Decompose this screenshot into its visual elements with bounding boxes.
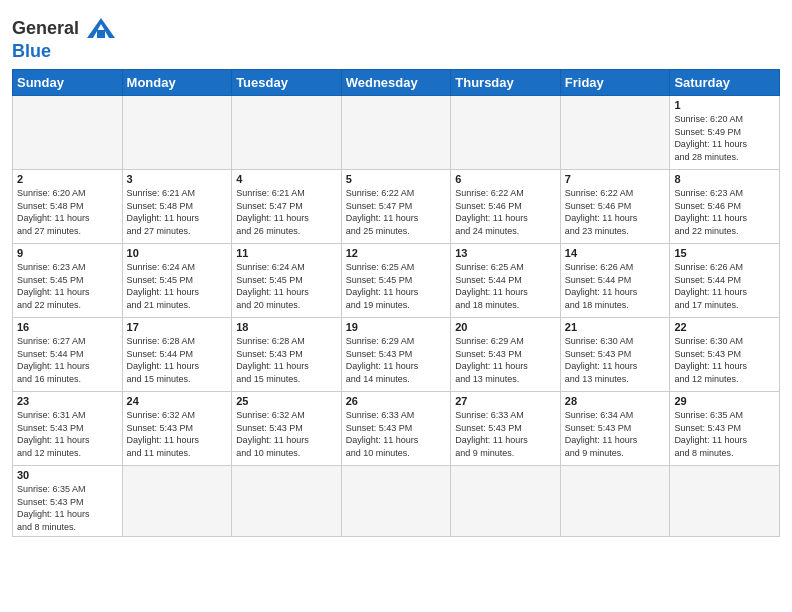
week-row-6: 30Sunrise: 6:35 AM Sunset: 5:43 PM Dayli…: [13, 466, 780, 537]
weekday-thursday: Thursday: [451, 70, 561, 96]
day-number: 29: [674, 395, 775, 407]
day-number: 1: [674, 99, 775, 111]
day-number: 20: [455, 321, 556, 333]
week-row-1: 1Sunrise: 6:20 AM Sunset: 5:49 PM Daylig…: [13, 96, 780, 170]
day-number: 18: [236, 321, 337, 333]
day-number: 27: [455, 395, 556, 407]
weekday-friday: Friday: [560, 70, 670, 96]
day-info: Sunrise: 6:25 AM Sunset: 5:45 PM Dayligh…: [346, 261, 447, 311]
day-number: 7: [565, 173, 666, 185]
day-info: Sunrise: 6:22 AM Sunset: 5:46 PM Dayligh…: [565, 187, 666, 237]
day-number: 28: [565, 395, 666, 407]
day-info: Sunrise: 6:33 AM Sunset: 5:43 PM Dayligh…: [346, 409, 447, 459]
day-cell: 14Sunrise: 6:26 AM Sunset: 5:44 PM Dayli…: [560, 244, 670, 318]
day-number: 22: [674, 321, 775, 333]
day-info: Sunrise: 6:29 AM Sunset: 5:43 PM Dayligh…: [455, 335, 556, 385]
weekday-sunday: Sunday: [13, 70, 123, 96]
weekday-monday: Monday: [122, 70, 232, 96]
day-number: 11: [236, 247, 337, 259]
week-row-4: 16Sunrise: 6:27 AM Sunset: 5:44 PM Dayli…: [13, 318, 780, 392]
day-info: Sunrise: 6:29 AM Sunset: 5:43 PM Dayligh…: [346, 335, 447, 385]
day-cell: [341, 96, 451, 170]
day-cell: 11Sunrise: 6:24 AM Sunset: 5:45 PM Dayli…: [232, 244, 342, 318]
day-info: Sunrise: 6:32 AM Sunset: 5:43 PM Dayligh…: [127, 409, 228, 459]
day-cell: 18Sunrise: 6:28 AM Sunset: 5:43 PM Dayli…: [232, 318, 342, 392]
day-cell: 10Sunrise: 6:24 AM Sunset: 5:45 PM Dayli…: [122, 244, 232, 318]
day-info: Sunrise: 6:33 AM Sunset: 5:43 PM Dayligh…: [455, 409, 556, 459]
day-info: Sunrise: 6:22 AM Sunset: 5:46 PM Dayligh…: [455, 187, 556, 237]
day-cell: 28Sunrise: 6:34 AM Sunset: 5:43 PM Dayli…: [560, 392, 670, 466]
day-info: Sunrise: 6:27 AM Sunset: 5:44 PM Dayligh…: [17, 335, 118, 385]
day-cell: 19Sunrise: 6:29 AM Sunset: 5:43 PM Dayli…: [341, 318, 451, 392]
day-cell: 12Sunrise: 6:25 AM Sunset: 5:45 PM Dayli…: [341, 244, 451, 318]
day-number: 5: [346, 173, 447, 185]
day-cell: 5Sunrise: 6:22 AM Sunset: 5:47 PM Daylig…: [341, 170, 451, 244]
day-cell: 24Sunrise: 6:32 AM Sunset: 5:43 PM Dayli…: [122, 392, 232, 466]
weekday-saturday: Saturday: [670, 70, 780, 96]
day-cell: [670, 466, 780, 537]
day-info: Sunrise: 6:24 AM Sunset: 5:45 PM Dayligh…: [127, 261, 228, 311]
day-cell: [341, 466, 451, 537]
day-number: 6: [455, 173, 556, 185]
day-cell: 23Sunrise: 6:31 AM Sunset: 5:43 PM Dayli…: [13, 392, 123, 466]
day-cell: 22Sunrise: 6:30 AM Sunset: 5:43 PM Dayli…: [670, 318, 780, 392]
day-number: 30: [17, 469, 118, 481]
day-info: Sunrise: 6:20 AM Sunset: 5:48 PM Dayligh…: [17, 187, 118, 237]
day-number: 13: [455, 247, 556, 259]
svg-rect-2: [97, 30, 105, 38]
day-cell: [560, 96, 670, 170]
day-number: 3: [127, 173, 228, 185]
day-info: Sunrise: 6:30 AM Sunset: 5:43 PM Dayligh…: [565, 335, 666, 385]
day-number: 19: [346, 321, 447, 333]
day-cell: [232, 466, 342, 537]
day-cell: 3Sunrise: 6:21 AM Sunset: 5:48 PM Daylig…: [122, 170, 232, 244]
week-row-5: 23Sunrise: 6:31 AM Sunset: 5:43 PM Dayli…: [13, 392, 780, 466]
day-cell: 27Sunrise: 6:33 AM Sunset: 5:43 PM Dayli…: [451, 392, 561, 466]
day-number: 14: [565, 247, 666, 259]
logo-text-general: General: [12, 19, 79, 37]
day-number: 2: [17, 173, 118, 185]
week-row-3: 9Sunrise: 6:23 AM Sunset: 5:45 PM Daylig…: [13, 244, 780, 318]
page: General Blue SundayMondayTues: [0, 0, 792, 612]
day-info: Sunrise: 6:32 AM Sunset: 5:43 PM Dayligh…: [236, 409, 337, 459]
day-info: Sunrise: 6:30 AM Sunset: 5:43 PM Dayligh…: [674, 335, 775, 385]
day-number: 12: [346, 247, 447, 259]
day-cell: 17Sunrise: 6:28 AM Sunset: 5:44 PM Dayli…: [122, 318, 232, 392]
day-cell: 15Sunrise: 6:26 AM Sunset: 5:44 PM Dayli…: [670, 244, 780, 318]
day-info: Sunrise: 6:20 AM Sunset: 5:49 PM Dayligh…: [674, 113, 775, 163]
day-cell: 26Sunrise: 6:33 AM Sunset: 5:43 PM Dayli…: [341, 392, 451, 466]
day-info: Sunrise: 6:28 AM Sunset: 5:44 PM Dayligh…: [127, 335, 228, 385]
day-cell: 8Sunrise: 6:23 AM Sunset: 5:46 PM Daylig…: [670, 170, 780, 244]
logo: General Blue: [12, 14, 119, 61]
day-cell: 4Sunrise: 6:21 AM Sunset: 5:47 PM Daylig…: [232, 170, 342, 244]
weekday-wednesday: Wednesday: [341, 70, 451, 96]
day-number: 16: [17, 321, 118, 333]
day-info: Sunrise: 6:25 AM Sunset: 5:44 PM Dayligh…: [455, 261, 556, 311]
day-number: 21: [565, 321, 666, 333]
day-cell: [13, 96, 123, 170]
day-info: Sunrise: 6:26 AM Sunset: 5:44 PM Dayligh…: [565, 261, 666, 311]
day-cell: 2Sunrise: 6:20 AM Sunset: 5:48 PM Daylig…: [13, 170, 123, 244]
day-cell: [232, 96, 342, 170]
day-number: 25: [236, 395, 337, 407]
day-number: 4: [236, 173, 337, 185]
day-cell: [122, 466, 232, 537]
day-cell: 25Sunrise: 6:32 AM Sunset: 5:43 PM Dayli…: [232, 392, 342, 466]
day-info: Sunrise: 6:34 AM Sunset: 5:43 PM Dayligh…: [565, 409, 666, 459]
day-cell: [451, 96, 561, 170]
day-number: 9: [17, 247, 118, 259]
day-cell: [560, 466, 670, 537]
day-info: Sunrise: 6:22 AM Sunset: 5:47 PM Dayligh…: [346, 187, 447, 237]
day-info: Sunrise: 6:21 AM Sunset: 5:47 PM Dayligh…: [236, 187, 337, 237]
day-number: 24: [127, 395, 228, 407]
weekday-tuesday: Tuesday: [232, 70, 342, 96]
day-number: 23: [17, 395, 118, 407]
day-info: Sunrise: 6:31 AM Sunset: 5:43 PM Dayligh…: [17, 409, 118, 459]
header: General Blue: [12, 10, 780, 61]
day-info: Sunrise: 6:24 AM Sunset: 5:45 PM Dayligh…: [236, 261, 337, 311]
day-cell: 9Sunrise: 6:23 AM Sunset: 5:45 PM Daylig…: [13, 244, 123, 318]
day-cell: 16Sunrise: 6:27 AM Sunset: 5:44 PM Dayli…: [13, 318, 123, 392]
day-cell: 13Sunrise: 6:25 AM Sunset: 5:44 PM Dayli…: [451, 244, 561, 318]
logo-icon: [83, 14, 119, 42]
week-row-2: 2Sunrise: 6:20 AM Sunset: 5:48 PM Daylig…: [13, 170, 780, 244]
